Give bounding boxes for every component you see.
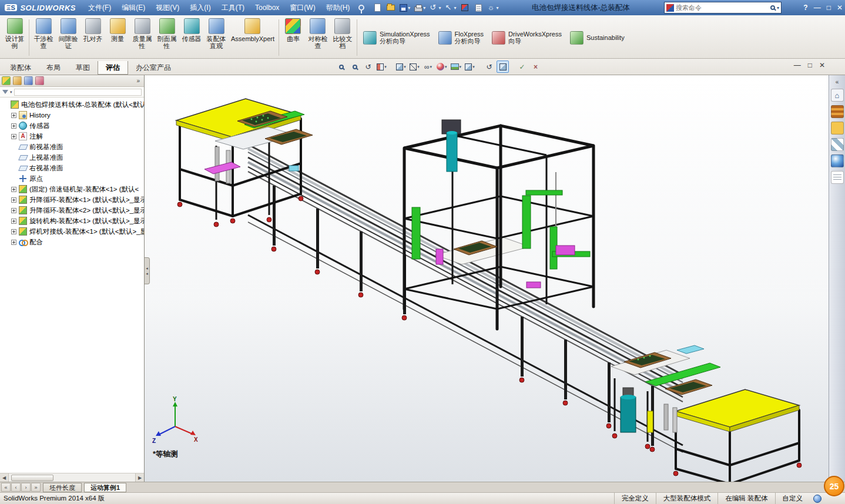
task-pane-toggle-icon[interactable]: « xyxy=(836,79,839,85)
tab-scroll-prev-icon[interactable]: ‹ xyxy=(11,483,21,492)
tree-item-subassembly[interactable]: 焊机对接线-装配体<1> (默认<默认>_显 xyxy=(0,226,144,237)
menu-view[interactable]: 视图(V) xyxy=(150,0,185,15)
section-view-icon[interactable]: ▾ xyxy=(375,61,388,73)
design-library-icon[interactable] xyxy=(831,105,844,118)
filter-funnel-icon[interactable] xyxy=(2,90,8,94)
tree-item-subassembly[interactable]: 旋转机构-装配体<1> (默认<默认>_显示 xyxy=(0,216,144,226)
floxpress-button[interactable]: FloXpress 分析向导 xyxy=(434,17,488,58)
section-properties-button[interactable]: 剖面属 性 xyxy=(155,17,179,58)
search-box[interactable]: ▾ xyxy=(664,2,782,14)
menu-edit[interactable]: 编辑(E) xyxy=(116,0,150,15)
panel-horizontal-scrollbar[interactable]: ◀ ▶ xyxy=(0,473,144,482)
edit-appearance-icon[interactable]: ▾ xyxy=(435,61,448,73)
mass-properties-button[interactable]: 质量属 性 xyxy=(130,17,155,58)
tree-item-origin[interactable]: 原点 xyxy=(0,173,144,184)
custom-properties-icon[interactable] xyxy=(831,171,844,184)
tree-item-annotations[interactable]: 注解 xyxy=(0,131,144,142)
view-orientation-icon[interactable]: ▾ xyxy=(395,61,407,73)
previous-view-icon[interactable]: ↺ xyxy=(362,61,374,73)
expander-icon[interactable] xyxy=(11,208,16,213)
new-button[interactable] xyxy=(371,2,383,14)
tree-item-mates[interactable]: 配合 xyxy=(0,237,144,247)
doc-close-icon[interactable]: ✕ xyxy=(819,61,825,69)
view-settings-icon[interactable]: ▾ xyxy=(464,61,476,73)
help-icon[interactable]: ? xyxy=(803,4,807,12)
tree-item-sensors[interactable]: 传感器 xyxy=(0,120,144,131)
zoom-fit-icon[interactable] xyxy=(335,61,347,73)
rotate-view-icon[interactable]: ↺ xyxy=(483,61,495,73)
menu-help[interactable]: 帮助(H) xyxy=(321,0,356,15)
scroll-right-icon[interactable]: ▶ xyxy=(135,473,144,482)
options-button[interactable]: ☼▾ xyxy=(486,2,499,14)
view-palette-icon[interactable] xyxy=(831,138,844,151)
search-caret-icon[interactable]: ▾ xyxy=(777,5,779,11)
expander-icon[interactable] xyxy=(11,229,16,234)
tree-item-history[interactable]: History xyxy=(0,110,144,120)
search-input[interactable] xyxy=(676,4,769,11)
panel-expand-button[interactable]: » xyxy=(134,78,142,84)
tab-scroll-first-icon[interactable]: « xyxy=(1,483,11,492)
sensor-button[interactable]: 传感器 xyxy=(179,17,204,58)
expander-icon[interactable] xyxy=(11,187,16,192)
solidworks-resources-icon[interactable]: ⌂ xyxy=(831,89,844,102)
curvature-button[interactable]: 曲率 xyxy=(281,17,306,58)
sustainability-button[interactable]: Sustainability xyxy=(566,17,629,58)
open-button[interactable] xyxy=(385,2,397,14)
assemblyxpert-button[interactable]: AssemblyXpert xyxy=(229,17,277,58)
tree-item-right-plane[interactable]: 右视基准面 xyxy=(0,163,144,173)
status-custom[interactable]: 自定义 xyxy=(775,493,810,504)
hide-show-items-icon[interactable]: ∞▾ xyxy=(422,61,434,73)
expander-icon[interactable] xyxy=(11,240,16,245)
tree-item-front-plane[interactable]: 前视基准面 xyxy=(0,142,144,152)
menu-pin-icon[interactable] xyxy=(358,5,364,11)
minimize-icon[interactable]: — xyxy=(814,4,821,12)
displaymanager-tab-icon[interactable] xyxy=(35,76,44,85)
symmetry-check-button[interactable]: 对称检 查 xyxy=(306,17,330,58)
rebuild-button[interactable] xyxy=(459,2,471,14)
scroll-left-icon[interactable]: ◀ xyxy=(0,473,9,482)
close-icon[interactable]: ✕ xyxy=(837,4,843,12)
menu-tools[interactable]: 工具(T) xyxy=(216,0,250,15)
doc-minimize-icon[interactable]: — xyxy=(794,61,801,69)
tab-scroll-last-icon[interactable]: » xyxy=(31,483,41,492)
appearances-icon[interactable] xyxy=(831,154,844,167)
quick-tips-icon[interactable] xyxy=(813,495,821,503)
tree-item-top-plane[interactable]: 上视基准面 xyxy=(0,152,144,163)
expander-icon[interactable] xyxy=(11,219,16,224)
tab-layout[interactable]: 布局 xyxy=(39,61,68,75)
simulationxpress-button[interactable]: SimulationXpress 分析向导 xyxy=(359,17,434,58)
menu-insert[interactable]: 插入(I) xyxy=(185,0,216,15)
print-button[interactable]: ▾ xyxy=(413,2,427,14)
tab-scroll-next-icon[interactable]: › xyxy=(21,483,31,492)
file-properties-button[interactable] xyxy=(472,2,484,14)
zoom-area-icon[interactable] xyxy=(348,61,361,73)
file-explorer-icon[interactable] xyxy=(831,122,844,135)
expander-icon[interactable] xyxy=(11,197,16,203)
expander-icon[interactable] xyxy=(11,123,16,129)
filter-input[interactable] xyxy=(14,89,142,96)
tree-item-subassembly[interactable]: (固定) 倍速链机架-装配体<1> (默认< xyxy=(0,184,144,194)
compare-documents-button[interactable]: 比较文 档 xyxy=(330,17,355,58)
apply-scene-icon[interactable]: ▾ xyxy=(450,61,463,73)
motion-tab-blank-length[interactable]: 坯件长度 xyxy=(43,483,82,492)
measure-button[interactable]: 测量 xyxy=(105,17,130,58)
tab-office-products[interactable]: 办公室产品 xyxy=(128,61,179,75)
hole-alignment-button[interactable]: 孔对齐 xyxy=(81,17,105,58)
save-button[interactable]: ▾ xyxy=(398,2,411,14)
maximize-icon[interactable]: □ xyxy=(827,4,831,12)
doc-restore-icon[interactable]: □ xyxy=(808,61,812,69)
perspective-icon[interactable] xyxy=(497,61,509,73)
filter-caret-icon[interactable]: ▾ xyxy=(10,90,12,95)
model-3d[interactable] xyxy=(145,75,829,482)
expander-icon[interactable] xyxy=(11,113,16,118)
undo-button[interactable]: ↺▾ xyxy=(428,2,442,14)
tab-evaluate[interactable]: 评估 xyxy=(98,61,128,75)
propertymanager-tab-icon[interactable] xyxy=(13,76,22,85)
select-button[interactable]: ↖▾ xyxy=(444,2,457,14)
design-study-button[interactable]: 设计算 例 xyxy=(2,17,27,58)
expander-icon[interactable] xyxy=(11,134,16,139)
configurationmanager-tab-icon[interactable] xyxy=(24,76,33,85)
tab-sketch[interactable]: 草图 xyxy=(68,61,98,75)
menu-window[interactable]: 窗口(W) xyxy=(284,0,320,15)
scrollbar-thumb[interactable] xyxy=(11,475,53,481)
